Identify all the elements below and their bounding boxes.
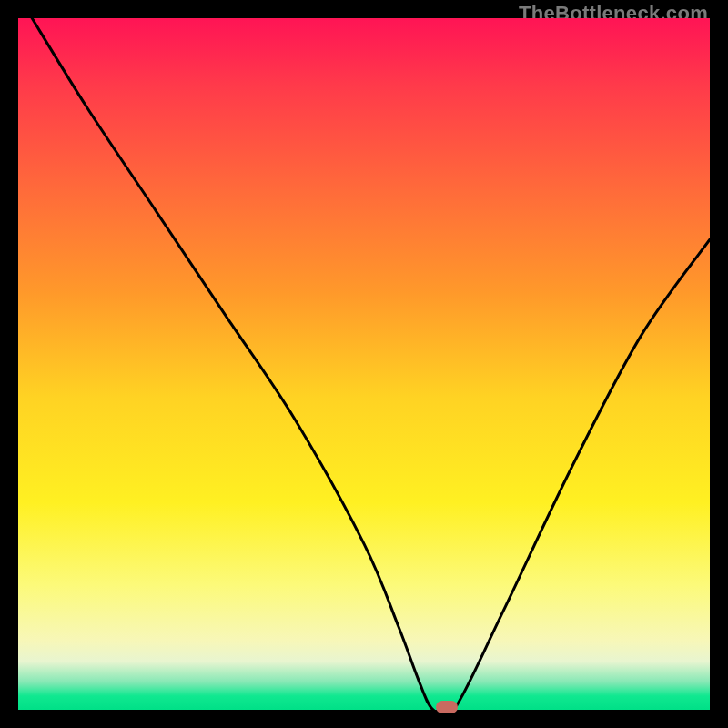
- bottleneck-curve-path: [32, 18, 710, 710]
- chart-container: TheBottleneck.com: [0, 0, 728, 728]
- curve-svg: [18, 18, 710, 710]
- optimum-marker: [436, 701, 458, 713]
- plot-area: [18, 18, 710, 710]
